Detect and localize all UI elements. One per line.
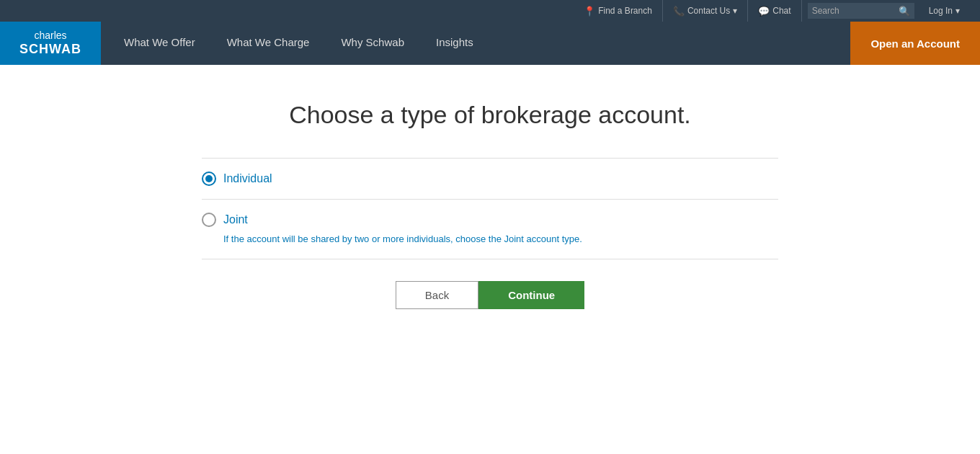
button-row: Back Continue [396,281,584,309]
search-bar[interactable]: 🔍 [808,3,914,19]
chat-icon: 💬 [758,6,770,17]
open-account-button[interactable]: Open an Account [850,22,980,65]
logo[interactable]: charles SCHWAB [0,22,101,65]
continue-button[interactable]: Continue [478,281,584,309]
find-branch-link[interactable]: 📍 Find a Branch [574,0,663,22]
individual-label[interactable]: Individual [223,172,272,185]
back-button[interactable]: Back [396,281,478,309]
joint-label[interactable]: Joint [223,213,248,226]
joint-option[interactable]: Joint If the account will be shared by t… [202,200,778,259]
nav-what-we-charge[interactable]: What We Charge [211,22,326,65]
individual-option-row: Individual [202,172,778,186]
login-link[interactable]: Log In ▾ [920,6,968,16]
chat-link[interactable]: 💬 Chat [748,0,801,22]
phone-icon: 📞 [673,6,685,17]
top-bar: 📍 Find a Branch 📞 Contact Us ▾ 💬 Chat 🔍 … [0,0,980,22]
joint-radio[interactable] [202,213,216,227]
search-input[interactable] [812,6,899,16]
location-icon: 📍 [584,6,595,17]
joint-option-row: Joint [202,213,778,227]
nav-insights[interactable]: Insights [420,22,489,65]
main-nav: charles SCHWAB What We Offer What We Cha… [0,22,980,65]
joint-description: If the account will be shared by two or … [223,233,778,246]
nav-links: What We Offer What We Charge Why Schwab … [101,22,850,65]
individual-radio[interactable] [202,172,216,186]
nav-why-schwab[interactable]: Why Schwab [325,22,420,65]
contact-us-link[interactable]: 📞 Contact Us ▾ [663,0,748,22]
logo-schwab: SCHWAB [19,42,81,58]
logo-charles: charles [19,30,81,42]
page-content: Choose a type of brokerage account. Indi… [0,65,980,345]
individual-option[interactable]: Individual [202,158,778,200]
account-options: Individual Joint If the account will be … [202,158,778,259]
page-title: Choose a type of brokerage account. [289,101,691,129]
search-button[interactable]: 🔍 [899,6,910,17]
nav-what-we-offer[interactable]: What We Offer [108,22,211,65]
